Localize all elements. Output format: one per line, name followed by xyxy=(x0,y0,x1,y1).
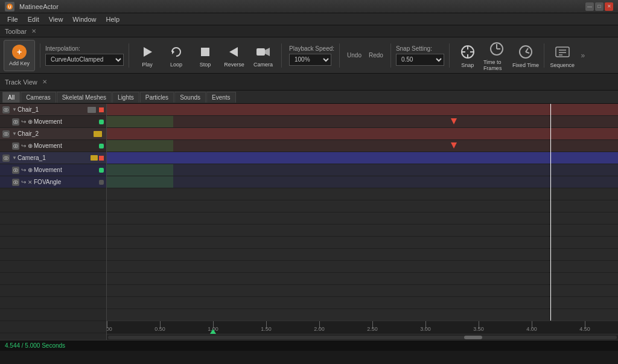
trackview-title: Track View xyxy=(5,78,37,86)
playback-speed-select[interactable]: 100% 50% 25% 200% xyxy=(289,54,331,66)
app-icon: U xyxy=(5,2,14,11)
lane-bar-chair2 xyxy=(107,128,618,139)
scrollbar-thumb[interactable] xyxy=(464,336,482,339)
ruler-label-45: 4.50 xyxy=(579,326,590,332)
snap-group: Snap Setting: 0.50 0.10 0.25 1.00 xyxy=(396,45,444,66)
stop-label: Stop xyxy=(200,62,211,68)
fixed-time-button[interactable]: Fixed Time xyxy=(512,40,539,71)
track-eye-camera1-movement[interactable] xyxy=(12,167,19,174)
more-button[interactable]: » xyxy=(578,40,588,71)
track-row-chair1[interactable]: ▼ Chair_1 xyxy=(0,104,106,116)
camera-label: Camera xyxy=(253,62,273,68)
track-lanes[interactable] xyxy=(107,104,618,321)
play-label: Play xyxy=(142,62,153,68)
key-indicator-chair1-movement xyxy=(99,120,104,124)
fov-arrow-icon: ↪ xyxy=(21,179,26,185)
filter-tab-events[interactable]: Events xyxy=(206,92,236,103)
separator-6 xyxy=(449,43,450,68)
track-eye-chair2[interactable] xyxy=(2,130,10,138)
svg-rect-4 xyxy=(201,48,209,56)
menu-help[interactable]: Help xyxy=(101,14,124,24)
ruler-playhead xyxy=(210,329,216,334)
filter-tab-all[interactable]: All xyxy=(2,92,20,103)
loop-button[interactable]: Loop xyxy=(163,40,190,71)
expand-camera1-icon[interactable]: ▼ xyxy=(11,155,18,161)
menu-file[interactable]: File xyxy=(2,14,23,24)
scrollbar-track[interactable] xyxy=(108,336,617,339)
track-row-camera1-fov[interactable]: ↪ ✕ FOVAngle xyxy=(0,176,106,188)
trackview-header: Track View ✕ xyxy=(0,74,618,91)
close-button[interactable]: ✕ xyxy=(605,2,613,11)
separator-5 xyxy=(390,43,391,68)
empty-row-10 xyxy=(0,297,106,309)
key-indicator-camera1-fov xyxy=(99,180,104,185)
red-triangle-chair1 xyxy=(451,118,457,124)
menu-view[interactable]: View xyxy=(44,14,68,24)
timeline-ruler[interactable]: 0.00 0.50 1.00 1.50 2.00 2.50 3.00 3.50 … xyxy=(107,321,618,334)
track-row-chair2-movement[interactable]: ↪ ⊕ Movement xyxy=(0,140,106,152)
folder-chair1-icon xyxy=(88,107,96,113)
filter-tab-sounds[interactable]: Sounds xyxy=(174,92,206,103)
window-controls: — □ ✕ xyxy=(585,2,613,11)
undo-button[interactable]: Undo xyxy=(345,51,364,60)
sequence-button[interactable]: Sequence xyxy=(549,40,576,71)
menu-window[interactable]: Window xyxy=(68,14,101,24)
minimize-button[interactable]: — xyxy=(585,2,594,11)
lane-camera1 xyxy=(107,152,618,164)
track-eye-camera1-fov[interactable] xyxy=(12,179,19,186)
track-eye-chair1-movement[interactable] xyxy=(12,118,19,126)
snap-label: Snap xyxy=(461,62,474,68)
camera-button[interactable]: Camera xyxy=(250,40,276,71)
toolbar-close-icon[interactable]: ✕ xyxy=(31,28,36,34)
trackview-close-icon[interactable]: ✕ xyxy=(42,78,47,85)
snap-button[interactable]: Snap xyxy=(454,40,481,71)
svg-point-30 xyxy=(15,169,16,170)
reverse-button[interactable]: Reverse xyxy=(221,40,247,71)
track-eye-camera1[interactable] xyxy=(2,155,10,162)
key-indicator-chair2-movement xyxy=(99,144,104,148)
time-to-frames-button[interactable]: Time to Frames xyxy=(483,40,510,71)
stop-icon xyxy=(197,43,214,60)
track-row-camera1-movement[interactable]: ↪ ⊕ Movement xyxy=(0,164,106,176)
track-row-chair1-movement[interactable]: ↪ ⊕ Movement xyxy=(0,116,106,128)
track-row-camera1[interactable]: ▼ Camera_1 xyxy=(0,152,106,164)
folder-chair2-icon xyxy=(94,131,102,137)
add-key-button[interactable]: + Add Key xyxy=(4,40,35,71)
filter-tab-cameras[interactable]: Cameras xyxy=(21,92,56,103)
track-name-chair2: Chair_2 xyxy=(18,130,94,137)
track-row-chair2[interactable]: ▼ Chair_2 xyxy=(0,128,106,140)
add-key-icon: + xyxy=(12,45,27,59)
empty-row-12 xyxy=(0,321,106,333)
green-region-chair2 xyxy=(107,140,173,152)
empty-row-13 xyxy=(0,333,106,340)
playhead xyxy=(550,104,551,321)
interpolation-select[interactable]: CurveAutoClamped Linear Constant xyxy=(45,54,124,66)
svg-point-28 xyxy=(5,157,7,158)
filter-tab-skeletal-meshes[interactable]: Skeletal Meshes xyxy=(57,92,112,103)
stop-button[interactable]: Stop xyxy=(192,40,218,71)
track-name-camera1-movement: Movement xyxy=(34,167,99,173)
menu-edit[interactable]: Edit xyxy=(23,14,44,24)
filter-tab-lights[interactable]: Lights xyxy=(112,92,139,103)
redo-button[interactable]: Redo xyxy=(366,51,386,60)
filter-tab-particles[interactable]: Particles xyxy=(140,92,174,103)
snap-select[interactable]: 0.50 0.10 0.25 1.00 xyxy=(396,54,444,66)
expand-chair2-icon[interactable]: ▼ xyxy=(11,131,18,137)
statusbar: 4.544 / 5.000 Seconds xyxy=(0,340,618,351)
sequence-label: Sequence xyxy=(550,62,575,68)
track-eye-chair1[interactable] xyxy=(2,106,10,113)
horizontal-scrollbar[interactable] xyxy=(107,334,618,340)
movement-arrow-icon: ↪ xyxy=(21,118,26,125)
maximize-button[interactable]: □ xyxy=(595,2,604,11)
lane-bar-chair1 xyxy=(107,104,618,115)
toolbar-label-bar: Toolbar ✕ xyxy=(0,25,618,37)
track-eye-chair2-movement[interactable] xyxy=(12,142,19,150)
expand-chair1-icon[interactable]: ▼ xyxy=(11,107,18,113)
lane-camera1-movement xyxy=(107,164,618,176)
green-region-camera1-movement xyxy=(107,164,173,176)
empty-lane-8 xyxy=(107,273,618,285)
track-name-chair2-movement: Movement xyxy=(34,142,99,149)
ruler-label-40: 4.00 xyxy=(526,326,537,332)
play-button[interactable]: Play xyxy=(134,40,161,71)
red-triangle-chair2 xyxy=(451,142,457,148)
